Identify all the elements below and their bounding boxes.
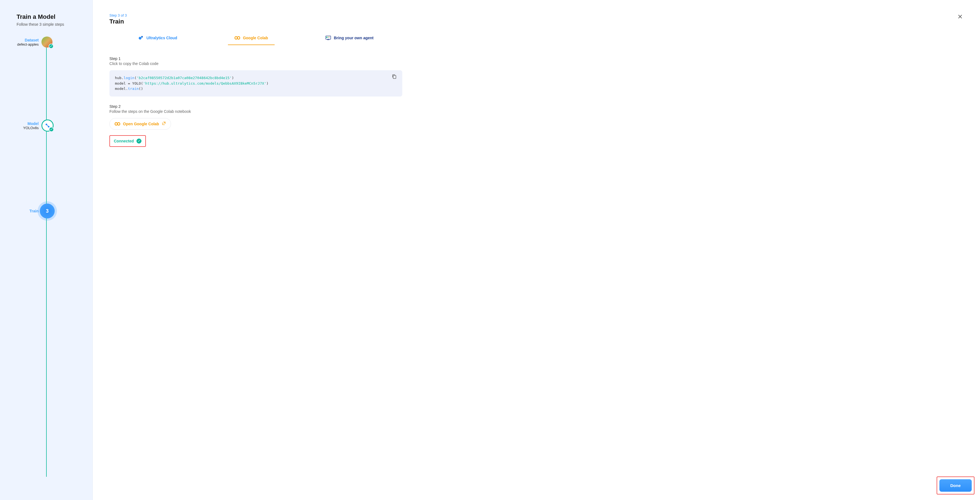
step1-title: Step 1 <box>110 56 402 61</box>
close-button[interactable] <box>957 13 963 20</box>
step1-desc: Click to copy the Colab code <box>110 61 402 66</box>
svg-point-4 <box>141 36 143 38</box>
svg-point-14 <box>118 123 120 125</box>
step-progress: Dataset defect-apples Model YOLOv8s <box>17 37 84 494</box>
svg-rect-11 <box>327 40 329 40</box>
tab-ultralytics-label: Ultralytics Cloud <box>146 36 177 40</box>
step-model-value: YOLOv8s <box>17 126 39 130</box>
sidebar-subtitle: Follow these 3 simple steps <box>17 22 84 27</box>
step-train[interactable]: Train 3 <box>17 203 84 219</box>
svg-point-6 <box>237 37 240 39</box>
check-icon <box>137 139 142 144</box>
step-model[interactable]: Model YOLOv8s <box>17 120 84 132</box>
done-label: Done <box>950 483 961 488</box>
code-line-2: model = YOLO('https://hub.ultralytics.co… <box>115 81 397 86</box>
check-icon <box>49 44 54 49</box>
tab-own-agent[interactable]: Bring your own agent <box>319 33 380 45</box>
step-train-node: 3 <box>40 203 55 219</box>
open-colab-label: Open Google Colab <box>123 122 159 126</box>
train-tabs: Ultralytics Cloud Google Colab Bring you… <box>110 33 402 45</box>
step-dataset-thumbnail <box>41 37 52 48</box>
svg-point-13 <box>115 123 118 125</box>
svg-rect-8 <box>326 37 328 38</box>
step-connector-line <box>46 43 47 477</box>
step-dataset-label: Dataset <box>17 38 39 42</box>
done-button[interactable]: Done <box>939 479 972 492</box>
sidebar: Train a Model Follow these 3 simple step… <box>0 0 93 500</box>
step-train-label: Train <box>17 209 39 213</box>
code-line-3: model.train() <box>115 86 397 91</box>
step2-title: Step 2 <box>110 104 402 109</box>
svg-point-3 <box>139 37 142 40</box>
step-model-node <box>41 120 54 132</box>
svg-point-5 <box>235 37 237 39</box>
code-line-1: hub.login('b2caf08550572d2b1a07ca08e2704… <box>115 75 397 81</box>
code-block[interactable]: hub.login('b2caf08550572d2b1a07ca08e2704… <box>110 70 402 96</box>
svg-rect-12 <box>393 75 396 78</box>
step-model-label: Model <box>17 121 39 126</box>
svg-rect-9 <box>328 37 330 37</box>
main-panel: Step 3 of 3 Train Ultralytics Cloud Goog… <box>93 0 980 500</box>
step-train-number: 3 <box>46 208 49 214</box>
agent-icon <box>326 35 331 41</box>
svg-line-2 <box>47 125 48 126</box>
page-title: Train <box>110 18 127 25</box>
step-dataset-value: defect-apples <box>17 42 39 46</box>
step-dataset[interactable]: Dataset defect-apples <box>17 37 84 48</box>
connected-label: Connected <box>114 139 134 143</box>
tab-agent-label: Bring your own agent <box>334 36 374 40</box>
content-area: Step 1 Click to copy the Colab code hub.… <box>110 56 402 147</box>
svg-rect-10 <box>328 38 329 38</box>
copy-icon <box>392 74 397 79</box>
step-indicator: Step 3 of 3 <box>110 13 127 18</box>
sidebar-title: Train a Model <box>17 13 84 21</box>
colab-icon <box>115 121 120 127</box>
open-colab-button[interactable]: Open Google Colab <box>110 118 171 130</box>
tab-colab-label: Google Colab <box>243 36 268 40</box>
tab-google-colab[interactable]: Google Colab <box>228 33 275 45</box>
connected-status: Connected <box>110 135 146 147</box>
tab-ultralytics-cloud[interactable]: Ultralytics Cloud <box>132 33 184 45</box>
external-link-icon <box>162 121 166 126</box>
footer-actions: Done <box>937 476 975 494</box>
check-icon <box>49 127 54 132</box>
step2-desc: Follow the steps on the Google Colab not… <box>110 109 402 113</box>
close-icon <box>958 14 963 19</box>
colab-icon <box>235 35 240 41</box>
ultralytics-icon <box>138 35 144 41</box>
copy-button[interactable] <box>392 74 398 81</box>
